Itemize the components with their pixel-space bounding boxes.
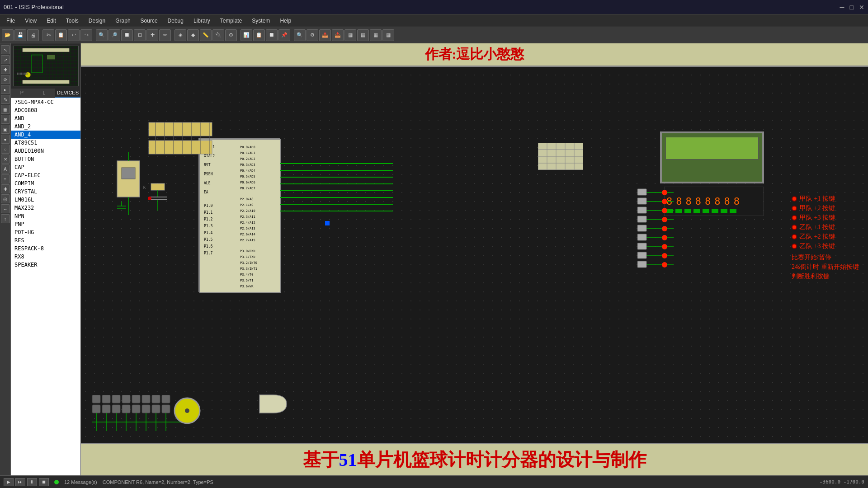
toolbar-btn-4[interactable]: 📋 bbox=[55, 29, 67, 41]
svg-text:P0.1/AD1: P0.1/AD1 bbox=[240, 151, 255, 155]
toolbar-btn-23[interactable]: ⚙ bbox=[307, 29, 318, 41]
menu-item-graph[interactable]: Graph bbox=[111, 16, 135, 25]
menu-item-tools[interactable]: Tools bbox=[61, 16, 83, 25]
left-tool-9[interactable]: ● bbox=[1, 135, 10, 144]
maximize-button[interactable]: □ bbox=[850, 4, 854, 11]
toolbar-btn-26[interactable]: ▦ bbox=[344, 29, 356, 41]
device-item-max232[interactable]: MAX232 bbox=[11, 204, 80, 212]
device-item-compim[interactable]: COMPIM bbox=[11, 179, 80, 188]
minimap[interactable] bbox=[13, 46, 79, 86]
step-button[interactable]: ⏭ bbox=[15, 478, 25, 486]
device-item-audio100n[interactable]: AUDIO100N bbox=[11, 147, 80, 155]
device-item-adc0808[interactable]: ADC0808 bbox=[11, 106, 80, 114]
menu-item-system[interactable]: System bbox=[247, 16, 274, 25]
menu-item-design[interactable]: Design bbox=[84, 16, 110, 25]
device-item-and[interactable]: AND bbox=[11, 114, 80, 122]
menu-item-view[interactable]: View bbox=[20, 16, 41, 25]
device-item-at89c51[interactable]: AT89C51 bbox=[11, 139, 80, 147]
left-tool-14[interactable]: ✚ bbox=[1, 184, 10, 193]
pause-button[interactable]: ⏸ bbox=[27, 478, 37, 486]
device-item-cap-elec[interactable]: CAP-ELEC bbox=[11, 171, 80, 179]
left-tool-8[interactable]: ▣ bbox=[1, 125, 10, 134]
device-item-respack-8[interactable]: RESPACK-8 bbox=[11, 244, 80, 253]
toolbar-btn-12[interactable]: ✏ bbox=[159, 29, 171, 41]
menu-item-edit[interactable]: Edit bbox=[42, 16, 61, 25]
svg-rect-64 bbox=[152, 405, 160, 413]
left-tool-0[interactable]: ↖ bbox=[1, 45, 10, 54]
device-item-pot-hg[interactable]: POT-HG bbox=[11, 228, 80, 236]
minimize-button[interactable]: ─ bbox=[840, 4, 844, 11]
toolbar-btn-19[interactable]: 📋 bbox=[253, 29, 265, 41]
menu-item-file[interactable]: File bbox=[2, 16, 19, 25]
device-item-lm016l[interactable]: LM016L bbox=[11, 196, 80, 204]
device-tab-l[interactable]: L bbox=[33, 89, 55, 98]
toolbar-btn-0[interactable]: 📂 bbox=[2, 29, 14, 41]
left-tool-16[interactable]: ↔ bbox=[1, 204, 10, 213]
keypad-area bbox=[92, 395, 219, 432]
device-item-crystal[interactable]: CRYSTAL bbox=[11, 188, 80, 196]
menu-item-help[interactable]: Help bbox=[275, 16, 296, 25]
annotation-4: 乙队 +1 按键 bbox=[800, 223, 835, 231]
left-tool-7[interactable]: ⊞ bbox=[1, 115, 10, 124]
close-button[interactable]: ✕ bbox=[859, 4, 864, 11]
left-tool-3[interactable]: ⟳ bbox=[1, 75, 10, 84]
toolbar-btn-29[interactable]: ▦ bbox=[382, 29, 394, 41]
toolbar-btn-20[interactable]: 🔲 bbox=[266, 29, 278, 41]
toolbar-btn-28[interactable]: ▦ bbox=[370, 29, 382, 41]
toolbar-btn-15[interactable]: 📏 bbox=[200, 29, 212, 41]
menu-item-source[interactable]: Source bbox=[136, 16, 162, 25]
device-item-and_2[interactable]: AND_2 bbox=[11, 122, 80, 131]
toolbar-btn-8[interactable]: 🔎 bbox=[108, 29, 120, 41]
device-item-speaker[interactable]: SPEAKER bbox=[11, 261, 80, 269]
toolbar-btn-7[interactable]: 🔍 bbox=[96, 29, 108, 41]
left-tool-6[interactable]: ▦ bbox=[1, 105, 10, 114]
left-tool-17[interactable]: ↕ bbox=[1, 214, 10, 223]
toolbar-btn-22[interactable]: 🔍 bbox=[294, 29, 306, 41]
device-tab-devices[interactable]: DEVICES bbox=[55, 89, 80, 98]
device-item-npn[interactable]: NPN bbox=[11, 212, 80, 220]
device-item-res[interactable]: RES bbox=[11, 236, 80, 244]
left-tool-10[interactable]: ○ bbox=[1, 145, 10, 154]
device-item-button[interactable]: BUTTON bbox=[11, 155, 80, 163]
left-tool-1[interactable]: ↗ bbox=[1, 55, 10, 64]
device-tab-p[interactable]: P bbox=[11, 89, 33, 98]
device-item-7seg-mpx4-cc[interactable]: 7SEG-MPX4-CC bbox=[11, 98, 80, 106]
toolbar-btn-6[interactable]: ↪ bbox=[80, 29, 92, 41]
toolbar-btn-3[interactable]: ✄ bbox=[42, 29, 54, 41]
menu-item-template[interactable]: Template bbox=[216, 16, 247, 25]
annotations: 甲队 +1 按键 甲队 +2 按键 甲队 +3 按键 乙队 +1 按键 乙队 +… bbox=[792, 195, 859, 281]
menu-item-debug[interactable]: Debug bbox=[163, 16, 188, 25]
toolbar-btn-9[interactable]: 🔲 bbox=[121, 29, 133, 41]
toolbar-btn-11[interactable]: ✚ bbox=[146, 29, 158, 41]
toolbar-btn-24[interactable]: 📤 bbox=[319, 29, 331, 41]
toolbar-btn-13[interactable]: ◈ bbox=[175, 29, 186, 41]
device-item-and_4[interactable]: AND_4 bbox=[11, 131, 80, 139]
toolbar-btn-21[interactable]: 📌 bbox=[278, 29, 290, 41]
toolbar-btn-25[interactable]: 📥 bbox=[332, 29, 344, 41]
left-tool-11[interactable]: ✕ bbox=[1, 155, 10, 164]
toolbar-btn-27[interactable]: ▦ bbox=[357, 29, 369, 41]
left-tool-4[interactable]: ▸ bbox=[1, 85, 10, 94]
left-tool-12[interactable]: A bbox=[1, 164, 10, 174]
svg-text:P3.1/TXD: P3.1/TXD bbox=[240, 255, 255, 259]
toolbar-btn-1[interactable]: 💾 bbox=[14, 29, 26, 41]
toolbar-btn-16[interactable]: 🔌 bbox=[212, 29, 224, 41]
toolbar-btn-10[interactable]: ⊞ bbox=[134, 29, 146, 41]
toolbar-btn-14[interactable]: ◆ bbox=[187, 29, 199, 41]
stop-button[interactable]: ⏹ bbox=[39, 478, 49, 486]
device-item-rx8[interactable]: RX8 bbox=[11, 253, 80, 261]
device-item-cap[interactable]: CAP bbox=[11, 163, 80, 171]
toolbar-btn-2[interactable]: 🖨 bbox=[27, 29, 39, 41]
canvas-area[interactable]: 作者:逗比小憨憨 基于51单片机篮球计时计分器的设计与制作 XTAL1 XTAL… bbox=[81, 43, 868, 475]
toolbar-btn-18[interactable]: 📊 bbox=[241, 29, 252, 41]
toolbar-btn-5[interactable]: ↩ bbox=[68, 29, 80, 41]
play-button[interactable]: ▶ bbox=[4, 478, 14, 486]
left-tool-2[interactable]: ✚ bbox=[1, 65, 10, 74]
device-item-pnp[interactable]: PNP bbox=[11, 220, 80, 228]
menu-item-library[interactable]: Library bbox=[189, 16, 215, 25]
left-tool-13[interactable]: ≡ bbox=[1, 174, 10, 183]
svg-rect-48 bbox=[721, 209, 727, 213]
toolbar-btn-17[interactable]: ⚙ bbox=[225, 29, 237, 41]
left-tool-5[interactable]: ✎ bbox=[1, 95, 10, 104]
left-tool-15[interactable]: ◎ bbox=[1, 194, 10, 203]
